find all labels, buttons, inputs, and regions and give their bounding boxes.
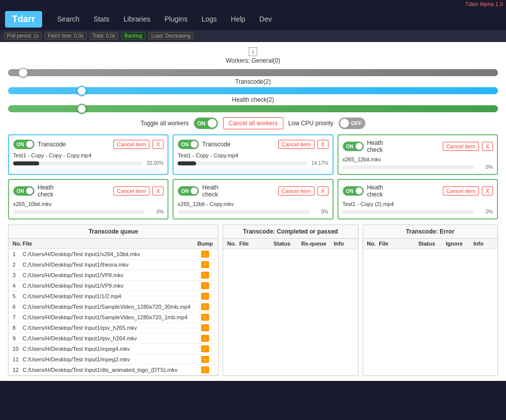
bump-button[interactable]: ↑ [201, 314, 209, 321]
bump-button[interactable]: ↑ [201, 293, 209, 300]
worker-4-cancel-button[interactable]: Cancel item [113, 186, 149, 195]
worker-2-progress-row: 14.17% [178, 160, 328, 166]
worker-4-x-button[interactable]: X [152, 186, 163, 195]
tables-section: Transcode queue No. File Bump 1 C:/Users… [8, 225, 498, 376]
nav-search[interactable]: Search [50, 11, 86, 27]
worker-6-file: Test1 - Copy (2).mp4 [343, 201, 493, 207]
transcode-slider-label: Transcode(2) [8, 78, 498, 85]
worker-5-cancel-button[interactable]: Cancel item [278, 186, 314, 195]
worker-card-2: ON Transcode Cancel item X Test1 - Copy … [173, 134, 333, 175]
worker-3-x-button[interactable]: X [482, 142, 493, 151]
worker-card-5-header: ON Heath check Cancel item X [178, 184, 328, 198]
poll-period-badge: Poll period: 1s [4, 32, 42, 40]
error-header: No. File Status Ignore Info [363, 239, 498, 249]
low-cpu-switch[interactable]: OFF [339, 117, 366, 129]
bump-button[interactable]: ↑ [201, 251, 209, 258]
worker-1-toggle[interactable]: ON [13, 139, 35, 149]
worker-4-progress-bar [13, 210, 144, 214]
worker-2-x-button[interactable]: X [317, 140, 328, 149]
worker-card-2-header: ON Transcode Cancel item X [178, 139, 328, 149]
logo[interactable]: Tdarr [5, 11, 42, 28]
table-row: 11 C:/Users/H/Desktop/Test Input1/mpeg2.… [9, 354, 218, 365]
nav-help[interactable]: Help [224, 11, 252, 27]
nav-logs[interactable]: Logs [195, 11, 224, 27]
slider-health[interactable] [8, 105, 498, 112]
bump-button[interactable]: ↑ [201, 356, 209, 363]
nav-dev[interactable]: Dev [252, 11, 279, 27]
low-cpu-knob [340, 119, 349, 128]
bump-button[interactable]: ↑ [201, 261, 209, 268]
cancel-all-workers-button[interactable]: Cancel all workers [223, 117, 283, 129]
transcode-queue-body: 1 C:/Users/H/Desktop/Test Input1/x264_10… [9, 249, 218, 375]
workers-section: i Workers: General(0) [8, 47, 498, 64]
worker-2-progress-bar [178, 161, 307, 165]
th-comp-no: No. [227, 241, 239, 247]
total-badge: Total: 0.0s [90, 32, 119, 40]
th-file: File [23, 241, 196, 247]
error-panel: Transcode: Error No. File Status Ignore … [363, 225, 498, 376]
nav-plugins[interactable]: Plugins [157, 11, 195, 27]
worker-card-6: ON Heath check Cancel item X Test1 - Cop… [338, 179, 498, 220]
worker-3-toggle[interactable]: ON [343, 141, 364, 151]
toggle-all-workers-switch[interactable]: ON [194, 117, 218, 129]
main-content: i Workers: General(0) Transcode(2) Healt… [0, 42, 506, 381]
worker-card-1-header: ON Transcode Cancel item X [13, 139, 163, 149]
worker-card-4-header: ON Heath check Cancel item X [13, 184, 163, 198]
slider-general[interactable] [8, 69, 498, 76]
low-cpu-label: Low CPU priority [288, 120, 333, 127]
worker-1-progress-row: 20.00% [13, 160, 163, 166]
th-err-info: Info [473, 241, 493, 247]
worker-5-progress-bar [178, 210, 309, 214]
worker-card-1: ON Transcode Cancel item X Test1 - Copy … [8, 134, 168, 175]
bump-button[interactable]: ↑ [201, 324, 209, 331]
bump-button[interactable]: ↑ [201, 345, 209, 352]
bump-button[interactable]: ↑ [201, 303, 209, 310]
th-comp-info: Info [334, 241, 354, 247]
workers-info-button[interactable]: i [249, 47, 257, 56]
nav-libraries[interactable]: Libraries [116, 11, 157, 27]
worker-2-toggle[interactable]: ON [178, 139, 199, 149]
worker-2-cancel-button[interactable]: Cancel item [278, 140, 314, 149]
table-row: 6 C:/Users/H/Desktop/Test Input1/SampleV… [9, 302, 218, 312]
bump-button[interactable]: ↑ [201, 272, 209, 279]
worker-1-cancel-button[interactable]: Cancel item [113, 140, 149, 149]
bump-button[interactable]: ↑ [201, 282, 209, 289]
bump-button[interactable]: ↑ [201, 335, 209, 342]
table-row: 2 C:/Users/H/Desktop/Test Input1/theora.… [9, 260, 218, 270]
transcode-queue-title: Transcode queue [9, 225, 218, 239]
worker-4-toggle[interactable]: ON [13, 186, 35, 196]
worker-1-progress-pct: 20.00% [146, 160, 163, 166]
worker-5-x-button[interactable]: X [317, 186, 328, 195]
table-row: 8 C:/Users/H/Desktop/Test Input1/qsv_h26… [9, 323, 218, 333]
worker-1-x-button[interactable]: X [152, 140, 163, 149]
worker-6-cancel-button[interactable]: Cancel item [443, 186, 479, 195]
th-err-file: File [379, 241, 419, 247]
worker-3-progress-pct: 0% [478, 164, 493, 170]
worker-5-toggle[interactable]: ON [178, 186, 199, 196]
worker-6-x-button[interactable]: X [482, 186, 493, 195]
slider-transcode-row [8, 87, 498, 94]
nav-stats[interactable]: Stats [86, 11, 116, 27]
worker-6-progress-pct: 0% [478, 209, 493, 215]
load-badge: Load: Decreasing [148, 32, 194, 40]
error-title: Transcode: Error [363, 225, 498, 239]
health-slider-label: Health check(2) [8, 96, 498, 103]
table-row: 9 C:/Users/H/Desktop/Test Input1/qsv_h26… [9, 333, 218, 344]
bump-button[interactable]: ↑ [201, 366, 209, 373]
toggle-all-knob [208, 119, 217, 128]
worker-3-cancel-button[interactable]: Cancel item [443, 142, 479, 151]
worker-card-3-header: ON Heath check Cancel item X [343, 139, 493, 153]
table-row: 12 C:/Users/H/Desktop/Test Input1/dts_an… [9, 365, 218, 375]
workers-general-label: Workers: General(0) [8, 57, 498, 64]
worker-3-progress-row: 0% [343, 164, 493, 170]
worker-6-type: Heath check [367, 184, 383, 198]
worker-6-toggle[interactable]: ON [343, 186, 364, 196]
status-bar: Poll period: 1s Fetch time: 0.0s Total: … [0, 30, 506, 42]
slider-transcode[interactable] [8, 87, 498, 94]
worker-card-3: ON Heath check Cancel item X x265_12bit.… [338, 134, 498, 175]
alpha-label: Tdarr Alpha 1.0 [0, 0, 506, 8]
th-err-ignore: Ignore [446, 241, 473, 247]
worker-4-type: Heath check [38, 184, 54, 198]
th-bump: Bump [196, 241, 214, 247]
worker-4-progress-row: 0% [13, 209, 163, 215]
